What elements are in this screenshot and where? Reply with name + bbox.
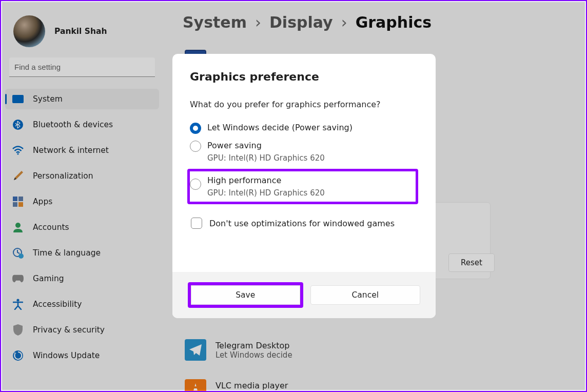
svg-point-9 bbox=[18, 253, 24, 259]
graphics-preference-dialog: Graphics preference What do you prefer f… bbox=[172, 54, 436, 318]
radio-high-performance[interactable]: High performance GPU: Intel(R) HD Graphi… bbox=[190, 174, 412, 199]
nav-time[interactable]: Time & language bbox=[5, 243, 159, 263]
svg-rect-6 bbox=[18, 202, 23, 207]
nav-accessibility[interactable]: Accessibility bbox=[5, 294, 159, 315]
display-icon bbox=[12, 93, 24, 105]
apps-icon bbox=[12, 196, 24, 207]
app-sub: Let Windows decide (Power saving) bbox=[216, 390, 351, 393]
radio-label: High performance bbox=[207, 175, 412, 185]
radio-power-saving[interactable]: Power saving GPU: Intel(R) HD Graphics 6… bbox=[190, 136, 418, 167]
search-input[interactable] bbox=[9, 57, 155, 77]
svg-point-10 bbox=[16, 299, 19, 301]
vlc-icon bbox=[185, 379, 206, 392]
nav-apps[interactable]: Apps bbox=[5, 191, 159, 212]
dialog-prompt: What do you prefer for graphics performa… bbox=[190, 100, 418, 109]
nav-label: System bbox=[33, 94, 63, 104]
nav-accounts[interactable]: Accounts bbox=[5, 217, 159, 238]
bluetooth-icon bbox=[12, 119, 24, 130]
nav-label: Windows Update bbox=[33, 351, 100, 360]
nav-bluetooth[interactable]: Bluetooth & devices bbox=[5, 114, 159, 135]
radio-sublabel: GPU: Intel(R) HD Graphics 620 bbox=[207, 153, 418, 163]
radio-sublabel: GPU: Intel(R) HD Graphics 620 bbox=[207, 188, 412, 198]
annotation-highlight-high-performance: High performance GPU: Intel(R) HD Graphi… bbox=[187, 169, 418, 204]
chevron-right-icon: › bbox=[255, 13, 261, 31]
svg-rect-12 bbox=[193, 386, 198, 388]
nav-gaming[interactable]: Gaming bbox=[5, 268, 159, 289]
checkbox-windowed-optimizations[interactable]: Don't use optimizations for windowed gam… bbox=[190, 218, 418, 229]
breadcrumb: System › Display › Graphics bbox=[183, 13, 564, 31]
wifi-icon bbox=[12, 145, 24, 156]
nav-list: System Bluetooth & devices Network & int… bbox=[2, 86, 162, 368]
checkbox-label: Don't use optimizations for windowed gam… bbox=[209, 219, 395, 228]
svg-point-7 bbox=[15, 223, 21, 228]
radio-label: Power saving bbox=[207, 141, 418, 150]
dialog-title: Graphics preference bbox=[190, 70, 418, 83]
nav-label: Apps bbox=[33, 197, 52, 206]
svg-rect-4 bbox=[18, 197, 23, 201]
nav-personalization[interactable]: Personalization bbox=[5, 166, 159, 186]
reset-button[interactable]: Reset bbox=[448, 253, 495, 272]
telegram-icon bbox=[185, 339, 206, 361]
app-row-vlc[interactable]: VLC media player Let Windows decide (Pow… bbox=[183, 376, 564, 392]
sidebar: Pankil Shah System Bluetooth & devices bbox=[2, 2, 162, 390]
nav-label: Gaming bbox=[33, 274, 64, 283]
svg-rect-5 bbox=[13, 202, 17, 207]
app-sub: Let Windows decide bbox=[216, 350, 292, 360]
avatar bbox=[13, 15, 45, 47]
app-name: Telegram Desktop bbox=[216, 341, 292, 350]
shield-icon bbox=[12, 324, 24, 336]
app-row-telegram[interactable]: Telegram Desktop Let Windows decide bbox=[183, 336, 564, 364]
nav-network[interactable]: Network & internet bbox=[5, 140, 159, 161]
update-icon bbox=[12, 350, 24, 361]
nav-update[interactable]: Windows Update bbox=[5, 345, 159, 366]
breadcrumb-graphics: Graphics bbox=[356, 13, 432, 31]
svg-point-2 bbox=[17, 153, 18, 154]
annotation-highlight-save: Save bbox=[188, 282, 303, 308]
nav-label: Network & internet bbox=[33, 146, 109, 155]
app-name: VLC media player bbox=[216, 381, 351, 390]
svg-rect-3 bbox=[13, 197, 17, 201]
svg-rect-0 bbox=[12, 95, 24, 103]
gamepad-icon bbox=[12, 273, 24, 284]
cancel-button[interactable]: Cancel bbox=[310, 285, 421, 305]
radio-button-icon bbox=[190, 179, 201, 190]
nav-label: Privacy & security bbox=[33, 325, 105, 335]
nav-privacy[interactable]: Privacy & security bbox=[5, 320, 159, 340]
chevron-right-icon: › bbox=[341, 13, 347, 31]
clock-globe-icon bbox=[12, 247, 24, 259]
breadcrumb-system[interactable]: System bbox=[183, 13, 247, 31]
checkbox-icon bbox=[191, 218, 202, 229]
brush-icon bbox=[12, 170, 24, 182]
nav-label: Personalization bbox=[33, 171, 93, 181]
radio-let-windows-decide[interactable]: Let Windows decide (Power saving) bbox=[190, 119, 418, 136]
nav-system[interactable]: System bbox=[5, 89, 159, 109]
breadcrumb-display[interactable]: Display bbox=[269, 13, 333, 31]
dialog-actions: Save Cancel bbox=[172, 272, 436, 318]
nav-label: Accessibility bbox=[33, 300, 82, 309]
nav-label: Accounts bbox=[33, 223, 69, 232]
save-button[interactable]: Save bbox=[191, 285, 300, 305]
nav-label: Time & language bbox=[33, 248, 101, 258]
person-icon bbox=[12, 222, 24, 233]
nav-label: Bluetooth & devices bbox=[33, 120, 113, 129]
radio-button-icon bbox=[190, 141, 201, 152]
radio-button-icon bbox=[190, 123, 201, 134]
user-name: Pankil Shah bbox=[54, 27, 107, 36]
accessibility-icon bbox=[12, 299, 24, 310]
radio-label: Let Windows decide (Power saving) bbox=[207, 123, 418, 132]
user-profile[interactable]: Pankil Shah bbox=[2, 10, 162, 57]
